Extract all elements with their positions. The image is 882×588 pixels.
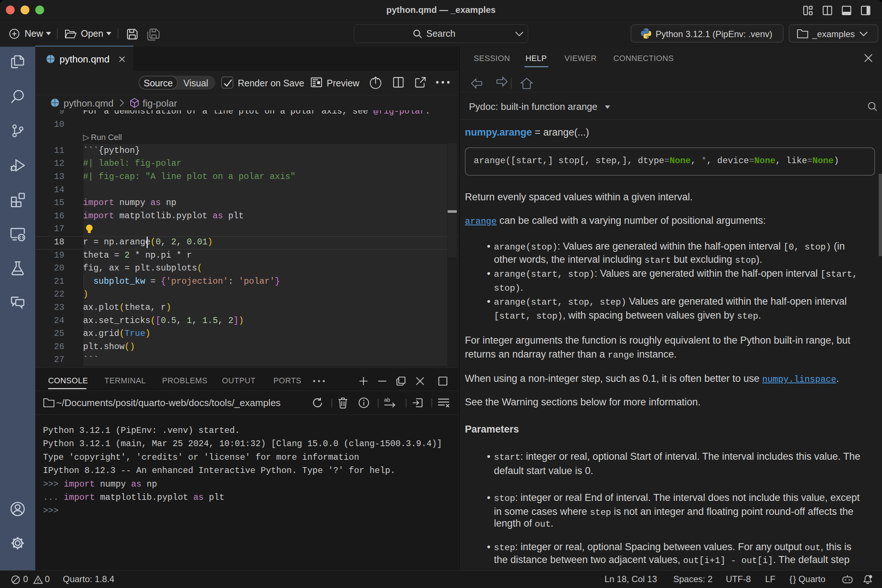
svg-text:ab: ab bbox=[384, 397, 390, 403]
